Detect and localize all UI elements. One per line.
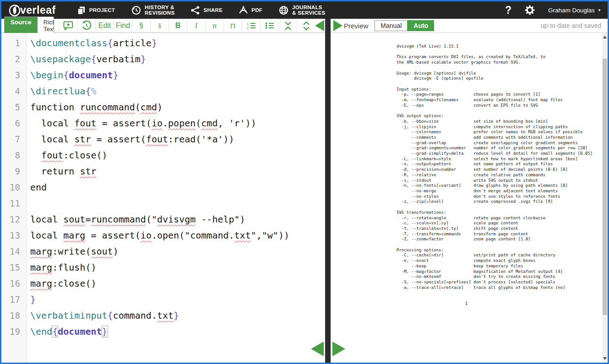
bold-button[interactable]: B — [169, 19, 187, 33]
code-line[interactable]: end — [30, 179, 325, 196]
code-line[interactable]: \directlua{% — [30, 83, 325, 99]
user-menu[interactable]: Graham Douglas ▼ — [548, 7, 601, 14]
unfold-all-button[interactable] — [297, 19, 315, 33]
code-area[interactable]: \documentclass{article}\usepackage{verba… — [27, 33, 325, 363]
code-line[interactable]: marg:flush() — [30, 260, 325, 276]
manual-compile-button[interactable]: Manual — [375, 20, 408, 31]
add-comment-button[interactable] — [59, 19, 77, 33]
line-number: 8 — [1, 147, 27, 163]
pdf-scrollbar[interactable] — [602, 33, 608, 363]
rich-text-mode-button[interactable]: Rich Text — [38, 17, 54, 34]
top-header-bar: verleaf PROJECT — [1, 1, 608, 19]
collapse-editor-pane-arrow[interactable] — [315, 20, 324, 31]
line-number: 18 — [1, 308, 27, 324]
nav-project[interactable]: PROJECT — [77, 6, 115, 15]
line-number-gutter: 12345678910111213141516171819 — [1, 33, 27, 363]
undo-history-icon — [82, 21, 92, 31]
nav-journals-services[interactable]: JOURNALS& SERVICES — [279, 5, 325, 16]
unfold-icon — [303, 22, 310, 30]
line-number: 7 — [1, 131, 27, 147]
save-status-text: up-to-date and saved — [541, 22, 601, 29]
header-nav: PROJECT HISTORY &REVISIONS — [77, 5, 326, 16]
line-number: 10 — [1, 179, 27, 196]
bullet-list-icon — [265, 22, 274, 30]
pdf-page-number: 1 — [331, 301, 602, 306]
numbered-list-button[interactable]: 1 2 — [242, 19, 260, 33]
nav-journals-label: JOURNALS& SERVICES — [292, 5, 325, 16]
nav-history-revisions[interactable]: HISTORY &REVISIONS — [131, 5, 174, 16]
nav-pdf-label: PDF — [251, 7, 262, 13]
code-line[interactable]: local fout = assert(io.popen(cmd, 'r')) — [30, 115, 325, 131]
code-line[interactable]: local marg = assert(io.open("command.txt… — [30, 228, 325, 244]
expand-right-pane-arrow[interactable] — [332, 342, 345, 356]
code-line[interactable]: } — [30, 292, 325, 308]
source-editor[interactable]: 12345678910111213141516171819 \documentc… — [1, 33, 325, 363]
auto-compile-button[interactable]: Auto — [408, 20, 434, 31]
comment-plus-icon — [63, 21, 73, 30]
pdf-reader-icon — [239, 6, 248, 15]
code-line[interactable]: \end{document} — [30, 324, 325, 340]
pdf-page-text: dvisvgm (TeX Live) 1.15.1 This program c… — [397, 44, 593, 290]
collapse-left-pane-arrow[interactable] — [311, 342, 324, 356]
line-number: 15 — [1, 260, 27, 276]
overleaf-app-window: verleaf PROJECT — [0, 0, 609, 364]
subsection-button[interactable]: § — [150, 19, 169, 33]
bullet-list-button[interactable] — [260, 19, 278, 33]
help-button[interactable]: ? — [505, 4, 511, 16]
code-line[interactable] — [30, 196, 325, 212]
pane-divider[interactable] — [325, 19, 331, 363]
scrollbar-up-arrow-icon[interactable] — [603, 36, 607, 38]
history-button[interactable] — [77, 19, 95, 33]
code-line[interactable]: function runcommand(cmd) — [30, 99, 325, 115]
italic-button[interactable]: I — [187, 19, 205, 33]
section-button[interactable]: § — [132, 19, 150, 33]
editor-toolbar: Source Rich Text Edit Find — [1, 19, 325, 33]
line-number: 9 — [1, 163, 27, 179]
overleaf-leaf-o-icon — [8, 3, 22, 17]
chevron-down-icon: ▼ — [598, 8, 601, 12]
share-icon — [191, 6, 200, 15]
history-clock-icon — [131, 5, 141, 15]
fold-all-button[interactable] — [278, 19, 297, 33]
mode-toggle-group: Source Rich Text — [4, 16, 54, 35]
find-button[interactable]: Find — [114, 19, 132, 33]
display-math-button[interactable]: Π — [223, 19, 242, 33]
scrollbar-down-arrow-icon[interactable] — [603, 357, 607, 360]
code-line[interactable]: \documentclass{article} — [30, 35, 325, 51]
logo-text: verleaf — [20, 4, 56, 16]
project-pages-icon — [77, 6, 86, 15]
line-number: 13 — [1, 228, 27, 244]
header-right-group: ? Graham Douglas ▼ — [505, 4, 601, 16]
inline-math-button[interactable]: π — [205, 19, 223, 33]
source-mode-button[interactable]: Source — [5, 17, 38, 34]
line-number: 5 — [1, 99, 27, 115]
overleaf-logo[interactable]: verleaf — [8, 3, 56, 17]
line-number: 4 — [1, 83, 27, 99]
code-line[interactable]: \usepackage{verbatim} — [30, 51, 325, 67]
settings-gear-icon[interactable] — [524, 5, 535, 16]
expand-preview-pane-arrow[interactable] — [333, 20, 343, 31]
nav-share[interactable]: SHARE — [191, 6, 223, 15]
code-line[interactable]: \begin{document} — [30, 67, 325, 83]
line-number: 19 — [1, 324, 27, 340]
line-number: 17 — [1, 292, 27, 308]
compile-mode-group: Manual Auto — [375, 20, 434, 31]
line-number: 3 — [1, 67, 27, 83]
nav-history-label: HISTORY &REVISIONS — [145, 5, 174, 16]
preview-label: Preview — [344, 22, 368, 30]
code-line[interactable]: \verbatiminput{command.txt} — [30, 308, 325, 324]
code-line[interactable]: fout:close() — [30, 147, 325, 163]
numbered-list-icon: 1 2 — [247, 22, 256, 30]
nav-pdf[interactable]: PDF — [239, 6, 262, 15]
pdf-preview-pane: dvisvgm (TeX Live) 1.15.1 This program c… — [331, 33, 608, 363]
code-line[interactable]: marg:close() — [30, 276, 325, 292]
scrollbar-thumb[interactable] — [603, 59, 607, 315]
code-line[interactable]: local sout=runcommand("dvisvgm --help") — [30, 212, 325, 228]
svg-text:1: 1 — [247, 22, 249, 26]
code-line[interactable]: marg:write(sout) — [30, 244, 325, 260]
fold-icon — [284, 22, 292, 30]
code-line[interactable]: local str = assert(fout:read('*a')) — [30, 131, 325, 147]
line-number: 6 — [1, 115, 27, 131]
code-line[interactable]: return str — [30, 163, 325, 179]
edit-menu-button[interactable]: Edit — [95, 19, 114, 33]
